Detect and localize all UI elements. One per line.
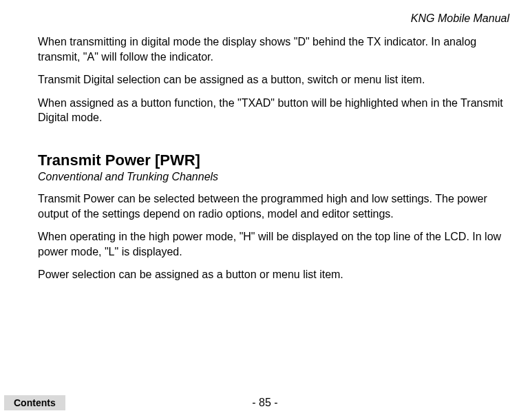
section-subheading: Conventional and Trunking Channels: [38, 171, 509, 183]
paragraph-tx-digital-assignment: Transmit Digital selection can be assign…: [38, 72, 509, 87]
footer: Contents - 85 -: [0, 395, 530, 410]
contents-button[interactable]: Contents: [4, 395, 65, 410]
paragraph-txad-button: When assigned as a button function, the …: [38, 96, 509, 125]
page-number: - 85 -: [252, 397, 277, 409]
paragraph-power-assignment: Power selection can be assigned as a but…: [38, 267, 509, 282]
section-heading-transmit-power: Transmit Power [PWR]: [38, 151, 509, 169]
manual-title: KNG Mobile Manual: [38, 12, 509, 25]
paragraph-power-indicator: When operating in the high power mode, "…: [38, 229, 509, 259]
paragraph-power-settings: Transmit Power can be selected between t…: [38, 191, 509, 221]
paragraph-tx-digital-indicator: When transmitting in digital mode the di…: [38, 34, 509, 64]
